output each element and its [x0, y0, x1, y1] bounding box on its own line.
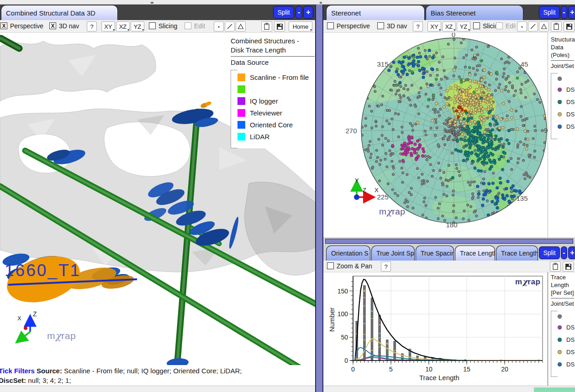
save-icon[interactable] — [563, 261, 574, 272]
line-select-button[interactable] — [528, 21, 538, 31]
bottom-tabband: Orientation S True Joint Sp True Spacing… — [323, 245, 575, 261]
line-select-button[interactable] — [225, 21, 235, 31]
legend-item — [558, 77, 574, 81]
stereonet-toolbar: Perspective 3D nav ? XY▾ XZ▾ YZ▾ Slicing… — [323, 20, 575, 33]
trace-length-chart: 05101520050100150 — [323, 272, 548, 386]
poles-legend: Structural Data (Poles) Joint/Set DS 1 D… — [548, 33, 575, 237]
3dnav-checkbox[interactable] — [377, 22, 384, 29]
tab-combined-structural-data-3d[interactable]: Combined Structural Data 3D — [1, 5, 118, 20]
iq-logger-swatch — [237, 97, 245, 105]
axis-triad — [9, 307, 50, 348]
slicing-label: Slicing — [158, 22, 177, 30]
polygon-select-button[interactable] — [539, 21, 549, 31]
tab-stereonet[interactable]: Stereonet — [326, 5, 425, 20]
legend-item: DS 3 — [558, 349, 574, 355]
xz-view-button[interactable]: XZ▾ — [442, 21, 456, 31]
yz-view-button[interactable]: YZ▾ — [131, 21, 144, 31]
tab-trace-length-selected[interactable]: Trace Length — [455, 246, 495, 261]
trace-length-legend: Trace Length [Per Set] Joint/Set DS 1 DS… — [548, 272, 575, 386]
perspective-checkbox[interactable]: X — [0, 22, 7, 29]
save-icon[interactable] — [564, 21, 575, 31]
xy-view-button[interactable]: XY▾ — [101, 21, 115, 31]
triad-x-label: X — [17, 315, 21, 322]
polygon-select-button[interactable] — [236, 21, 246, 31]
discset-value: null; 3; 4; 2; 1; — [28, 376, 71, 384]
point-select-button[interactable] — [214, 21, 224, 31]
mxrap-logo: mχrap — [47, 330, 76, 341]
yz-view-button[interactable]: YZ▾ — [457, 21, 470, 31]
legend-item: DS 1 — [558, 86, 574, 93]
minimize-button[interactable]: - — [561, 6, 567, 19]
x-tick-label: 20 — [501, 366, 508, 373]
help-button[interactable]: ? — [87, 21, 97, 31]
home-button[interactable]: Home▾ — [289, 21, 312, 31]
3d-viewport[interactable]: 1660_T1 Z X mχrap Combined Structures - … — [0, 33, 315, 365]
legend-item: DS 3 — [558, 111, 574, 118]
legend-group-label: Data Source — [231, 58, 315, 66]
top-cropped-strip — [0, 0, 575, 5]
slicing-checkbox[interactable] — [473, 22, 480, 29]
panel-trace-length: Orientation S True Joint Sp True Spacing… — [323, 245, 575, 392]
cropped-text-fragment — [151, 2, 153, 4]
x-tick-label: 10 — [425, 366, 433, 373]
maximize-button[interactable]: + — [303, 6, 313, 19]
compass-label: 0 — [452, 33, 455, 38]
compass-label: 135 — [516, 194, 528, 202]
mxrap-logo: mχrap — [379, 206, 405, 217]
3dnav-label: 3D nav — [387, 22, 407, 30]
split-button[interactable]: Split — [539, 6, 560, 19]
point-select-button[interactable] — [517, 21, 527, 31]
vertical-splitter[interactable] — [315, 5, 323, 392]
minimize-button[interactable]: - — [295, 6, 302, 19]
perspective-label: Perspective — [10, 22, 43, 30]
mxrap-logo: mχrap — [515, 277, 540, 287]
x-tick-label: 5 — [389, 366, 393, 373]
tab-orientation-set[interactable]: Orientation S — [326, 246, 370, 261]
perspective-checkbox[interactable] — [327, 22, 334, 29]
legend-item — [558, 314, 574, 319]
left-bottom-strip — [0, 386, 315, 392]
stereonet-viewport[interactable]: 04590135180225270315 Y Z X mχrap — [323, 33, 548, 237]
maximize-button[interactable]: + — [568, 246, 575, 259]
clipboard-icon[interactable] — [261, 21, 272, 31]
mxrap-window: Combined Structural Data 3D Split - + X … — [0, 0, 575, 392]
maximize-button[interactable]: + — [568, 6, 575, 19]
3dnav-checkbox[interactable]: X — [49, 22, 56, 29]
left-tabband: Combined Structural Data 3D Split - + — [0, 5, 315, 20]
legend-group-label: Joint/Set — [551, 63, 574, 69]
horizontal-splitter[interactable] — [323, 237, 575, 245]
triad-z-label: Z — [33, 310, 37, 318]
help-button[interactable]: ? — [413, 21, 423, 31]
tick-filters-label: Tick Filters — [0, 367, 37, 375]
clipboard-icon[interactable] — [551, 21, 562, 31]
clipboard-icon[interactable] — [550, 261, 561, 272]
tab-trace-length-2[interactable]: Trace Length — [496, 246, 538, 261]
xy-view-button[interactable]: XY▾ — [427, 21, 441, 31]
edit-label: Edit — [506, 22, 516, 30]
triad-x-label: X — [375, 187, 379, 193]
tab-true-joint-spacing[interactable]: True Joint Sp — [371, 246, 415, 261]
split-button[interactable]: Split — [273, 6, 294, 19]
xz-view-button[interactable]: XZ▾ — [116, 21, 130, 31]
compass-label: 180 — [446, 221, 457, 229]
lidar-swatch — [237, 133, 245, 141]
televiewer-swatch — [237, 109, 245, 117]
tab-bias-stereonet[interactable]: Bias Stereonet — [426, 5, 523, 20]
tab-label: Combined Structural Data 3D — [6, 9, 95, 17]
triad-z-label: Z — [363, 187, 366, 193]
legend-item: Televiewer — [237, 109, 315, 117]
stereonet-plot: 04590135180225270315 — [323, 33, 548, 237]
help-button[interactable]: ? — [381, 261, 391, 272]
minimize-button[interactable]: - — [561, 246, 567, 259]
slicing-checkbox[interactable] — [149, 22, 156, 29]
disk-annotation: 1660_T1 — [5, 261, 81, 280]
bottom-toolbar: Zoom & Pan ? — [323, 261, 575, 272]
save-icon[interactable] — [274, 21, 285, 31]
split-button[interactable]: Split — [539, 246, 560, 259]
legend-item: DS 4 — [558, 123, 574, 130]
tab-true-spacing[interactable]: True Spacing — [416, 246, 454, 261]
histogram-viewport[interactable]: 05101520050100150 Number Trace Length mχ… — [323, 272, 548, 386]
panel-3d-view: Combined Structural Data 3D Split - + X … — [0, 5, 315, 392]
y-tick-label: 150 — [338, 287, 348, 295]
zoom-pan-checkbox[interactable] — [327, 262, 334, 269]
